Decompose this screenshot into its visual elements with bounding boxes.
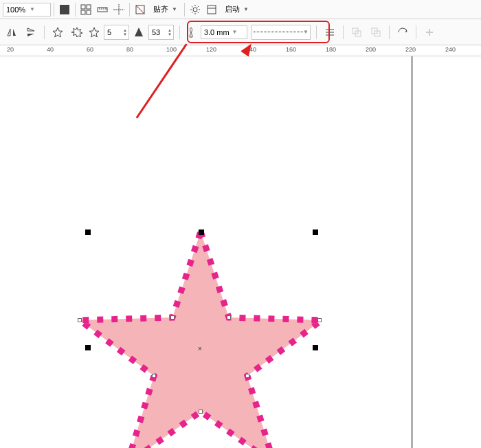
add-icon[interactable]	[422, 25, 437, 40]
toolbar-main: 100% ▼ 贴齐 ▼ 启动 ▼	[0, 0, 481, 19]
ruler-icon[interactable]	[95, 2, 110, 17]
ruler-tick: 240	[445, 46, 456, 53]
node-handle[interactable]	[227, 315, 231, 320]
ruler-tick: 20	[7, 46, 14, 53]
convert-curves-icon[interactable]	[395, 25, 410, 40]
node-handle[interactable]	[317, 318, 322, 322]
node-handle[interactable]	[199, 410, 203, 414]
to-back-icon[interactable]	[368, 25, 383, 40]
ruler-tick: 100	[166, 46, 177, 53]
complex-star-icon[interactable]	[69, 25, 85, 40]
separator	[316, 25, 317, 39]
outline-width-combo[interactable]: 3.0 mm ▼	[201, 25, 247, 39]
star-points-input[interactable]: 5 ▲▼	[104, 25, 129, 40]
drawing-canvas[interactable]: ×	[0, 56, 481, 448]
separator	[179, 25, 180, 39]
chevron-down-icon: ▼	[232, 29, 238, 35]
svg-rect-2	[87, 5, 91, 9]
node-handle[interactable]	[170, 315, 175, 320]
ruler-tick: 220	[405, 46, 416, 53]
selection-handle-tr[interactable]	[313, 229, 318, 235]
launch-button[interactable]: 启动 ▼	[221, 2, 253, 17]
ruler-tick: 160	[286, 46, 296, 53]
spinner-arrows[interactable]: ▲▼	[123, 28, 127, 36]
star-sharpness-input[interactable]: 53 ▲▼	[148, 25, 174, 40]
svg-point-14	[193, 8, 197, 12]
wrap-text-icon[interactable]	[322, 25, 337, 40]
svg-rect-4	[87, 10, 91, 14]
node-handle[interactable]	[245, 374, 249, 378]
line-style-combo[interactable]: ▼	[251, 25, 311, 40]
separator	[343, 25, 344, 39]
ruler-tick: 40	[47, 46, 54, 53]
star-path	[80, 232, 322, 448]
property-bar: 5 ▲▼ 53 ▲▼ 3.0 mm ▼ ▼	[0, 19, 481, 45]
guidelines-icon[interactable]	[111, 2, 126, 17]
chevron-down-icon: ▼	[172, 6, 177, 12]
mirror-h-icon[interactable]	[4, 25, 19, 40]
snap-label: 贴齐	[153, 4, 168, 14]
svg-rect-1	[81, 5, 85, 9]
chevron-down-icon: ▼	[243, 6, 249, 12]
ruler-tick: 200	[366, 46, 376, 53]
points-star-icon	[89, 27, 100, 38]
fullscreen-icon[interactable]	[57, 2, 72, 17]
to-front-icon[interactable]	[349, 25, 364, 40]
separator	[389, 25, 390, 39]
separator	[54, 3, 54, 16]
svg-line-13	[136, 5, 144, 14]
snap-off-icon[interactable]	[133, 2, 148, 17]
selection-handle-tl[interactable]	[85, 229, 91, 235]
outline-pen-icon	[186, 27, 197, 38]
chevron-down-icon: ▼	[30, 6, 35, 12]
svg-rect-0	[60, 5, 69, 14]
ruler-tick: 80	[126, 46, 133, 53]
star-points-value: 5	[107, 28, 121, 36]
dockers-icon[interactable]	[204, 2, 219, 17]
node-handle[interactable]	[152, 374, 156, 378]
selection-handle-ml[interactable]	[85, 345, 91, 350]
page-edge	[411, 56, 413, 448]
ruler-tick: 180	[326, 46, 336, 53]
sharpness-icon	[133, 27, 144, 38]
grid-icon[interactable]	[78, 2, 93, 17]
spinner-arrows[interactable]: ▲▼	[168, 28, 172, 36]
zoom-value: 100%	[6, 5, 27, 14]
line-style-preview	[254, 32, 303, 32]
selection-handle-mr[interactable]	[313, 345, 318, 350]
ruler-tick: 60	[87, 46, 93, 53]
selection-handle-tm[interactable]	[199, 229, 204, 235]
svg-rect-3	[81, 10, 85, 14]
node-handle[interactable]	[78, 318, 82, 322]
separator	[44, 25, 45, 39]
options-icon[interactable]	[188, 2, 203, 17]
star-outline-icon[interactable]	[50, 25, 65, 40]
star-sharpness-value: 53	[152, 28, 166, 36]
launch-label: 启动	[225, 4, 240, 14]
outline-width-value: 3.0 mm	[204, 28, 230, 36]
mirror-v-icon[interactable]	[23, 25, 38, 40]
zoom-combo[interactable]: 100% ▼	[3, 3, 51, 16]
ruler-tick: 120	[206, 46, 216, 53]
separator	[416, 25, 416, 39]
star-object[interactable]: ×	[77, 232, 324, 448]
separator	[129, 3, 130, 16]
separator	[184, 3, 185, 16]
chevron-down-icon: ▼	[303, 29, 309, 35]
center-mark: ×	[198, 345, 202, 352]
separator	[75, 3, 76, 16]
svg-rect-15	[208, 5, 216, 14]
snap-to-button[interactable]: 贴齐 ▼	[149, 2, 181, 17]
